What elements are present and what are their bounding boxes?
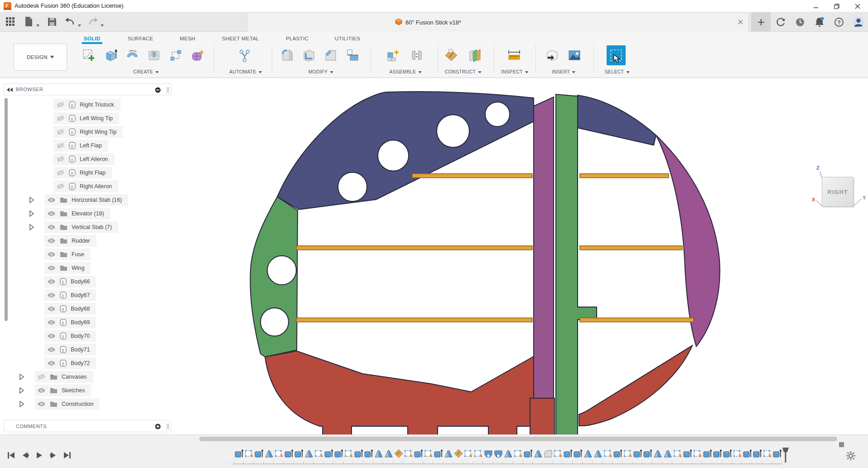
timeline-feature-mirror-icon[interactable] xyxy=(384,448,393,460)
visibility-eye-off-icon[interactable] xyxy=(56,183,65,190)
timeline-feature-extrude-icon[interactable] xyxy=(285,448,294,460)
visibility-eye-off-icon[interactable] xyxy=(37,374,46,380)
browser-header[interactable]: BROWSER xyxy=(4,83,171,95)
skip-to-end-button[interactable] xyxy=(63,450,72,460)
model-stringers[interactable] xyxy=(296,174,694,322)
visibility-eye-icon[interactable] xyxy=(37,388,46,393)
timeline-feature-extrude-icon[interactable] xyxy=(723,448,732,460)
pattern-tool-button[interactable] xyxy=(166,45,185,65)
expand-arrow-icon[interactable] xyxy=(29,210,35,217)
timeline-feature-mirror-icon[interactable] xyxy=(653,448,662,460)
timeline-feature-extrude-icon[interactable] xyxy=(753,448,762,460)
file-new-icon[interactable] xyxy=(23,16,34,28)
close-button[interactable] xyxy=(847,0,868,12)
canvas-tool-button[interactable] xyxy=(565,45,584,65)
timeline-feature-extrude-icon[interactable] xyxy=(414,448,423,460)
model-red-bottom[interactable] xyxy=(265,351,534,434)
create-sketch-tool-button[interactable] xyxy=(79,45,98,65)
model-red-center[interactable] xyxy=(530,398,555,434)
job-status-icon[interactable] xyxy=(790,12,810,32)
timeline-feature-mirror-icon[interactable] xyxy=(265,448,274,460)
save-icon[interactable] xyxy=(46,16,58,28)
group-label-select[interactable]: SELECT xyxy=(605,69,630,74)
item-label[interactable]: Body67 xyxy=(71,292,90,298)
browser-item-body72[interactable]: Body72 xyxy=(4,356,171,370)
visibility-eye-icon[interactable] xyxy=(47,197,56,203)
visibility-eye-icon[interactable] xyxy=(47,211,56,216)
file-new-dropdown-caret[interactable] xyxy=(36,20,40,24)
timeline-feature-extrude-icon[interactable] xyxy=(713,448,722,460)
browser-item-elevator-18[interactable]: Elevator (18) xyxy=(4,207,171,220)
tab-surface[interactable]: SURFACE xyxy=(126,34,155,43)
automate-tool-button[interactable] xyxy=(235,45,254,65)
item-label[interactable]: Fuse xyxy=(72,251,84,258)
tab-mesh[interactable]: MESH xyxy=(178,34,197,43)
browser-item-sketches[interactable]: Sketches xyxy=(4,384,171,397)
midplane-tool-button[interactable] xyxy=(465,45,484,65)
view-cube[interactable]: RIGHT Z Y X xyxy=(814,167,868,215)
item-label[interactable]: Horizontal Stab (16) xyxy=(72,197,122,203)
timeline-feature-hole-icon[interactable] xyxy=(484,448,493,460)
profile-icon[interactable] xyxy=(849,12,868,32)
item-label[interactable]: Right Flap xyxy=(80,170,106,176)
visibility-eye-icon[interactable] xyxy=(47,252,56,257)
help-icon[interactable]: ? xyxy=(829,12,849,32)
timeline-feature-sketch-icon[interactable] xyxy=(245,448,254,460)
design-dropdown[interactable]: DESIGN xyxy=(14,44,67,71)
item-label[interactable]: Right Wing Tip xyxy=(80,129,116,135)
group-label-modify[interactable]: MODIFY xyxy=(309,69,333,74)
timeline-feature-mirror-icon[interactable] xyxy=(444,448,453,460)
browser-item-body69[interactable]: Body69 xyxy=(4,316,171,329)
group-label-create[interactable]: CREATE xyxy=(133,69,159,74)
visibility-eye-icon[interactable] xyxy=(47,333,56,339)
visibility-eye-icon[interactable] xyxy=(47,361,56,366)
timeline-feature-plane-icon[interactable] xyxy=(454,448,463,460)
item-label[interactable]: Body66 xyxy=(71,278,90,285)
panel-grip-icon[interactable] xyxy=(167,424,169,429)
timeline-feature-extrude-icon[interactable] xyxy=(613,448,622,460)
play-button[interactable] xyxy=(34,450,44,460)
display-settings-toggle-icon[interactable] xyxy=(155,87,161,93)
timeline-feature-sketch-icon[interactable] xyxy=(474,448,483,460)
minimize-button[interactable] xyxy=(805,0,826,12)
timeline-feature-sketch-icon[interactable] xyxy=(464,448,473,460)
document-tab[interactable] xyxy=(247,13,749,32)
timeline-feature-sketch-icon[interactable] xyxy=(404,448,413,460)
browser-item-body71[interactable]: Body71 xyxy=(4,343,171,356)
expand-arrow-icon[interactable] xyxy=(19,401,25,407)
browser-item-body66[interactable]: Body66 xyxy=(4,275,171,288)
chamfer-tool-button[interactable] xyxy=(321,45,340,65)
insert-mesh-tool-button[interactable] xyxy=(542,45,561,65)
item-label[interactable]: Right Tristock xyxy=(80,102,114,108)
browser-item-fuse[interactable]: Fuse xyxy=(4,248,171,261)
browser-item-right-flap[interactable]: Right Flap xyxy=(4,166,171,180)
comments-panel[interactable]: COMMENTS xyxy=(4,420,171,432)
expand-arrow-icon[interactable] xyxy=(29,224,35,230)
timeline-feature-sketch-icon[interactable] xyxy=(424,448,433,460)
view-cube-face[interactable]: RIGHT xyxy=(822,177,854,207)
notifications-icon[interactable] xyxy=(810,12,829,32)
model-red-right[interactable] xyxy=(579,346,692,426)
step-forward-button[interactable] xyxy=(48,450,58,460)
measure-tool-button[interactable] xyxy=(505,45,524,65)
timeline-feature-extrude-icon[interactable] xyxy=(574,448,583,460)
add-tab-icon[interactable] xyxy=(751,12,771,32)
visibility-eye-icon[interactable] xyxy=(47,279,56,284)
timeline-feature-extrude-icon[interactable] xyxy=(334,448,343,460)
tab-sheet-metal[interactable]: SHEET METAL xyxy=(220,34,261,43)
timeline-feature-extrude-icon[interactable] xyxy=(564,448,573,460)
browser-item-body68[interactable]: Body68 xyxy=(4,302,171,316)
model-purple-strip[interactable] xyxy=(534,97,554,398)
item-label[interactable]: Wing xyxy=(72,265,84,271)
browser-item-right-tristock[interactable]: Right Tristock xyxy=(4,98,171,112)
split-body-tool-button[interactable] xyxy=(343,45,362,65)
expand-arrow-icon[interactable] xyxy=(19,387,25,394)
app-grid-icon[interactable] xyxy=(5,16,16,28)
scrollbar-end-handle[interactable] xyxy=(839,442,844,447)
item-label[interactable]: Left Aileron xyxy=(80,156,108,162)
redo-icon[interactable] xyxy=(87,16,99,28)
item-label[interactable]: Rudder xyxy=(72,238,90,244)
browser-item-vertical-stab-7[interactable]: Vertical Stab (7) xyxy=(4,220,171,234)
revolve-tool-button[interactable] xyxy=(123,45,142,65)
item-label[interactable]: Body71 xyxy=(71,346,90,353)
